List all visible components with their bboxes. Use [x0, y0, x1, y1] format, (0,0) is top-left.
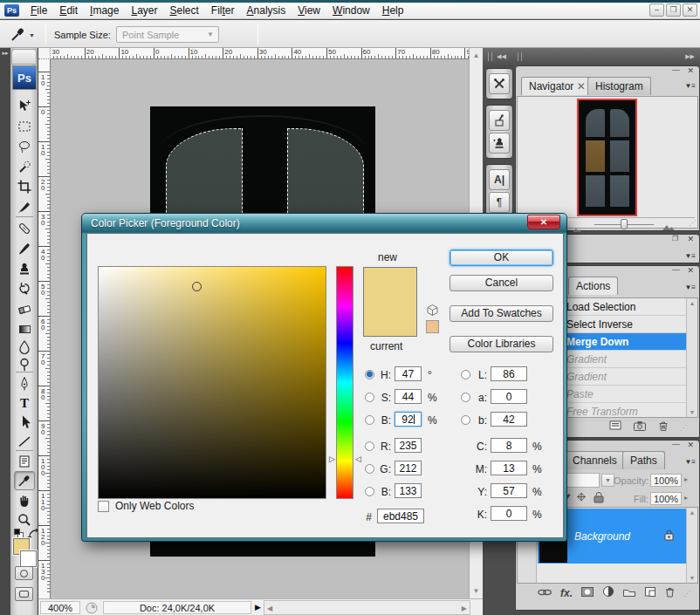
scroll-up-icon[interactable]: ▲: [470, 51, 483, 59]
zoom-level-field[interactable]: 400%: [40, 601, 80, 614]
history-brush-tool[interactable]: [14, 279, 35, 298]
layer-style-icon[interactable]: fx.: [560, 587, 573, 599]
screen-mode-button[interactable]: [15, 587, 33, 601]
tab-channels[interactable]: Channels: [565, 451, 625, 469]
r-field[interactable]: 235: [395, 438, 422, 453]
new-layer-icon[interactable]: [644, 585, 656, 601]
pen-tool[interactable]: [14, 374, 35, 393]
b-field[interactable]: 92: [395, 412, 422, 427]
panel-close-icon[interactable]: ✕: [687, 236, 694, 243]
g-radio[interactable]: [365, 464, 374, 474]
link-layers-icon[interactable]: [537, 585, 552, 601]
h-field[interactable]: 47: [395, 366, 422, 381]
brush-tool[interactable]: [14, 239, 35, 258]
s-radio[interactable]: [365, 393, 374, 402]
saturation-brightness-field[interactable]: [98, 266, 326, 499]
expand-panels-icon[interactable]: ▶▶: [685, 53, 695, 60]
navigator-zoom-slider-thumb[interactable]: [621, 219, 628, 229]
l-field[interactable]: 86: [491, 366, 527, 381]
m-field[interactable]: 13: [491, 461, 527, 475]
crop-tool[interactable]: [14, 177, 35, 196]
web-safe-color-swatch[interactable]: [426, 320, 439, 333]
g-field[interactable]: 212: [395, 461, 422, 475]
l-radio[interactable]: [461, 370, 470, 379]
panel-menu-icon[interactable]: ▼≡: [684, 82, 696, 90]
resize-grip-icon[interactable]: ⋰: [680, 424, 687, 432]
menu-file[interactable]: File: [24, 3, 53, 18]
restore-button[interactable]: ❐: [666, 3, 681, 17]
tab-histogram[interactable]: Histogram: [587, 77, 651, 95]
blur-tool[interactable]: [14, 338, 35, 357]
status-menu-arrow-icon[interactable]: ▶: [255, 603, 261, 612]
zoom-in-icon[interactable]: [662, 219, 676, 235]
lasso-tool[interactable]: [14, 137, 35, 156]
collapse-panels-icon[interactable]: ◀◀: [497, 53, 506, 60]
h-radio[interactable]: [365, 370, 374, 379]
opacity-value[interactable]: 100%: [650, 474, 682, 487]
slice-tool[interactable]: [14, 197, 35, 216]
layer-mask-icon[interactable]: [580, 585, 594, 601]
panel-close-icon[interactable]: ✕: [687, 67, 694, 75]
ruler-origin-corner[interactable]: [38, 48, 51, 59]
k-field[interactable]: 0: [491, 506, 527, 521]
menu-view[interactable]: View: [292, 3, 326, 18]
tool-preset-arrow-icon[interactable]: ▼: [29, 32, 35, 38]
move-tool[interactable]: [14, 97, 35, 116]
dialog-close-button[interactable]: ✕: [527, 215, 560, 229]
horizontal-ruler[interactable]: 3020100102030405060708090: [51, 48, 469, 59]
a-radio[interactable]: [461, 393, 470, 402]
background-color-swatch[interactable]: [20, 550, 37, 567]
eraser-tool[interactable]: [14, 299, 35, 318]
scroll-left-icon[interactable]: ◀: [267, 605, 272, 612]
b-lab-field[interactable]: 42: [491, 412, 527, 427]
quick-selection-tool[interactable]: [14, 157, 35, 176]
only-web-colors-checkbox[interactable]: [98, 501, 109, 512]
menu-window[interactable]: Window: [326, 3, 376, 18]
navigator-thumbnail[interactable]: [577, 99, 637, 216]
menu-layer[interactable]: Layer: [125, 3, 163, 18]
r-radio[interactable]: [365, 441, 374, 451]
tab-actions[interactable]: Actions: [568, 277, 618, 295]
scroll-right-icon[interactable]: ▶: [462, 605, 467, 612]
resize-grip-icon[interactable]: ⋰: [689, 219, 696, 227]
s-field[interactable]: 44: [395, 389, 422, 404]
panel-minimize-icon[interactable]: —: [672, 442, 680, 449]
lock-icons[interactable]: [561, 491, 607, 508]
color-field-marker[interactable]: [192, 282, 202, 291]
panel-menu-icon[interactable]: ▼≡: [684, 458, 696, 466]
b-radio[interactable]: [365, 415, 374, 425]
minimize-button[interactable]: –: [649, 3, 664, 17]
c-field[interactable]: 8: [491, 438, 527, 453]
paragraph-panel-icon[interactable]: ¶: [489, 192, 510, 213]
b2-radio[interactable]: [365, 487, 374, 496]
hue-slider-right-arrow-icon[interactable]: ◁: [355, 455, 361, 463]
opacity-spinner-icon[interactable]: ▸: [684, 475, 688, 483]
panel-minimize-icon[interactable]: —: [672, 68, 680, 75]
type-tool[interactable]: T: [14, 393, 35, 413]
panel-minimize-icon[interactable]: —: [672, 268, 680, 275]
panel-close-icon[interactable]: ✕: [687, 267, 694, 275]
panel-close-icon[interactable]: ✕: [687, 441, 694, 449]
cancel-button[interactable]: Cancel: [450, 275, 553, 291]
layer-group-icon[interactable]: [622, 585, 636, 601]
quick-mask-button[interactable]: [15, 566, 33, 580]
tab-close-icon[interactable]: ✕: [577, 80, 586, 92]
scroll-down-icon[interactable]: ▼: [470, 587, 483, 595]
scroll-down-icon[interactable]: ▼: [687, 575, 697, 581]
hand-tool[interactable]: [14, 491, 35, 510]
tool-presets-panel-icon[interactable]: [489, 73, 510, 94]
scroll-up-icon[interactable]: ▲: [687, 298, 697, 306]
vertical-ruler[interactable]: 1 001 02 03 04 05 06 07 08 09 01 0 01 1 …: [38, 59, 51, 598]
ok-button[interactable]: OK: [450, 249, 553, 266]
gradient-tool[interactable]: [14, 319, 35, 338]
color-libraries-button[interactable]: Color Libraries: [450, 336, 553, 352]
character-panel-icon[interactable]: A|: [489, 169, 510, 190]
sample-size-dropdown[interactable]: Point Sample ▼: [116, 26, 219, 43]
panel-menu-icon[interactable]: ▼≡: [684, 284, 696, 291]
eyedropper-tool[interactable]: [14, 471, 35, 490]
toolbar-collapse-strip[interactable]: ▸▸: [0, 48, 10, 615]
panel-scrollbar[interactable]: ▲ ▼: [686, 298, 697, 417]
adjustment-layer-icon[interactable]: [602, 585, 614, 601]
dropdown-arrow-icon[interactable]: ▼: [601, 474, 614, 487]
panel-scrollbar[interactable]: ▲ ▼: [686, 508, 697, 583]
